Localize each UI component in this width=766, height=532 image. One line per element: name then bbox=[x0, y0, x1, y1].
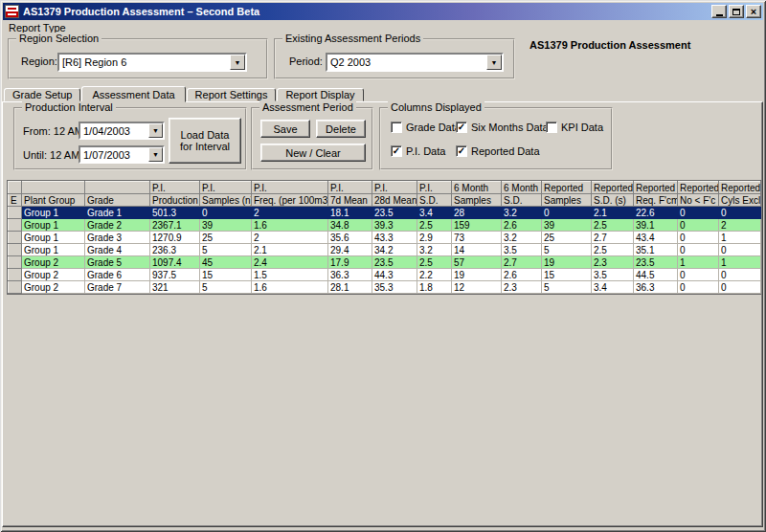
grid-cell[interactable]: 39.1 bbox=[634, 219, 678, 232]
grid-cell[interactable]: 159 bbox=[452, 219, 502, 232]
grid-cell[interactable]: 3.5 bbox=[592, 269, 634, 281]
grid-cell[interactable]: 2.7 bbox=[502, 256, 542, 269]
checkbox-item-reported-data[interactable]: ✓Reported Data bbox=[456, 145, 540, 157]
tab-report-settings[interactable]: Report Settings bbox=[187, 88, 277, 101]
grid-cell[interactable]: 18.1 bbox=[328, 207, 372, 219]
grid-cell[interactable]: 36.3 bbox=[328, 269, 372, 281]
row-selector[interactable] bbox=[9, 244, 22, 256]
table-row[interactable]: Group 1Grade 31270.925235.643.32.9733.22… bbox=[9, 232, 761, 244]
close-button[interactable]: × bbox=[746, 5, 761, 18]
new-clear-button[interactable]: New / Clear bbox=[260, 144, 366, 162]
grid-cell[interactable]: 39 bbox=[200, 219, 252, 232]
grid-cell[interactable]: 2.5 bbox=[417, 256, 452, 269]
grid-cell[interactable]: 3.4 bbox=[592, 281, 634, 294]
tab-grade-setup[interactable]: Grade Setup bbox=[4, 88, 80, 101]
grid-cell[interactable]: Grade 7 bbox=[85, 281, 150, 294]
grid-cell[interactable]: 2.5 bbox=[592, 219, 634, 232]
grid-cell[interactable]: 2.1 bbox=[252, 244, 328, 256]
grid-cell[interactable]: 1.8 bbox=[417, 281, 452, 294]
grid-cell[interactable]: 19 bbox=[542, 256, 592, 269]
grid-cell[interactable]: Grade 3 bbox=[85, 232, 150, 244]
grid-cell[interactable]: 2.1 bbox=[592, 207, 634, 219]
period-combobox[interactable]: Q2 2003 ▼ bbox=[326, 53, 504, 72]
grid-cell[interactable]: 43.4 bbox=[634, 232, 678, 244]
grid-cell[interactable]: 0 bbox=[200, 207, 252, 219]
grid-cell[interactable]: 0 bbox=[678, 269, 719, 281]
grid-cell[interactable]: 2.3 bbox=[592, 256, 634, 269]
grid-cell[interactable]: 39 bbox=[542, 219, 592, 232]
row-selector[interactable] bbox=[9, 281, 22, 294]
grid-cell[interactable]: 501.3 bbox=[150, 207, 200, 219]
from-date-dropdown-button[interactable]: ▼ bbox=[148, 123, 163, 138]
grid-cell[interactable]: Grade 2 bbox=[85, 219, 150, 232]
grid-cell[interactable]: 3.2 bbox=[502, 232, 542, 244]
grid-cell[interactable]: 2 bbox=[252, 207, 328, 219]
grid-cell[interactable]: Group 2 bbox=[22, 256, 85, 269]
grid-cell[interactable]: 5 bbox=[542, 244, 592, 256]
grid-cell[interactable]: 35.3 bbox=[372, 281, 417, 294]
grid-cell[interactable]: Group 1 bbox=[22, 232, 85, 244]
delete-button[interactable]: Delete bbox=[316, 120, 366, 138]
grid-cell[interactable]: 2.6 bbox=[502, 269, 542, 281]
grid-cell[interactable]: Grade 4 bbox=[85, 244, 150, 256]
checkbox-item-p-i-data[interactable]: ✓P.I. Data bbox=[391, 145, 445, 157]
grid-cell[interactable]: 28 bbox=[452, 207, 502, 219]
from-date-combobox[interactable]: 1/04/2003 ▼ bbox=[79, 122, 165, 140]
grid-cell[interactable]: 39.3 bbox=[372, 219, 417, 232]
save-button[interactable]: Save bbox=[260, 120, 310, 138]
grid-cell[interactable]: Grade 1 bbox=[85, 207, 150, 219]
grid-cell[interactable]: 29.4 bbox=[328, 244, 372, 256]
grid-cell[interactable]: 0 bbox=[678, 281, 719, 294]
table-row[interactable]: Group 1Grade 22367.1391.634.839.32.51592… bbox=[9, 219, 761, 232]
region-combobox[interactable]: [R6] Region 6 ▼ bbox=[57, 53, 247, 72]
grid-cell[interactable]: 1 bbox=[678, 256, 719, 269]
grid-cell[interactable]: 0 bbox=[719, 207, 761, 219]
grid-cell[interactable]: 1.5 bbox=[252, 269, 328, 281]
grid-cell[interactable]: 0 bbox=[719, 244, 761, 256]
grid-cell[interactable]: Grade 6 bbox=[85, 269, 150, 281]
grid-cell[interactable]: 2.6 bbox=[502, 219, 542, 232]
grid-cell[interactable]: 236.3 bbox=[150, 244, 200, 256]
grid-cell[interactable]: 2 bbox=[252, 232, 328, 244]
grid-cell[interactable]: 17.9 bbox=[328, 256, 372, 269]
grid-cell[interactable]: 23.5 bbox=[372, 207, 417, 219]
grid-cell[interactable]: Group 1 bbox=[22, 207, 85, 219]
load-data-button[interactable]: Load Data for Interval bbox=[169, 118, 241, 164]
grid-cell[interactable]: 2.2 bbox=[417, 269, 452, 281]
grid-cell[interactable]: Group 2 bbox=[22, 281, 85, 294]
grid-cell[interactable]: 2.9 bbox=[417, 232, 452, 244]
grid-cell[interactable]: 1.6 bbox=[252, 219, 328, 232]
grid-cell[interactable]: 321 bbox=[150, 281, 200, 294]
grid-cell[interactable]: 15 bbox=[200, 269, 252, 281]
grid-cell[interactable]: 0 bbox=[542, 207, 592, 219]
grid-cell[interactable]: 23.5 bbox=[372, 256, 417, 269]
grid-cell[interactable]: 14 bbox=[452, 244, 502, 256]
row-selector[interactable] bbox=[9, 256, 22, 269]
until-date-combobox[interactable]: 1/07/2003 ▼ bbox=[79, 145, 165, 164]
grid-cell[interactable]: 0 bbox=[678, 232, 719, 244]
grid-cell[interactable]: 57 bbox=[452, 256, 502, 269]
checkbox-unchecked-icon[interactable] bbox=[546, 122, 557, 133]
grid-cell[interactable]: 3.2 bbox=[502, 207, 542, 219]
grid-cell[interactable]: 36.3 bbox=[634, 281, 678, 294]
grid-cell[interactable]: 0 bbox=[678, 244, 719, 256]
tab-assessment-data[interactable]: Assessment Data bbox=[81, 86, 185, 102]
grid-cell[interactable]: 3.4 bbox=[417, 207, 452, 219]
table-row[interactable]: Group 1Grade 1501.30218.123.53.4283.202.… bbox=[9, 207, 761, 219]
grid-cell[interactable]: 2.7 bbox=[592, 232, 634, 244]
grid-cell[interactable]: 43.3 bbox=[372, 232, 417, 244]
grid-cell[interactable]: 34.2 bbox=[372, 244, 417, 256]
grid-cell[interactable]: 22.6 bbox=[634, 207, 678, 219]
grid-cell[interactable]: 28.1 bbox=[328, 281, 372, 294]
grid-cell[interactable]: 15 bbox=[542, 269, 592, 281]
grid-cell[interactable]: 1097.4 bbox=[150, 256, 200, 269]
grid-cell[interactable]: 2.3 bbox=[502, 281, 542, 294]
maximize-button[interactable] bbox=[729, 5, 744, 18]
grid-cell[interactable]: 0 bbox=[719, 281, 761, 294]
grid-cell[interactable]: 2.5 bbox=[417, 219, 452, 232]
grid-cell[interactable]: 35.1 bbox=[634, 244, 678, 256]
grid-cell[interactable]: 12 bbox=[452, 281, 502, 294]
row-selector[interactable] bbox=[9, 219, 22, 232]
grid-cell[interactable]: 44.5 bbox=[634, 269, 678, 281]
grid-cell[interactable]: 1 bbox=[719, 232, 761, 244]
